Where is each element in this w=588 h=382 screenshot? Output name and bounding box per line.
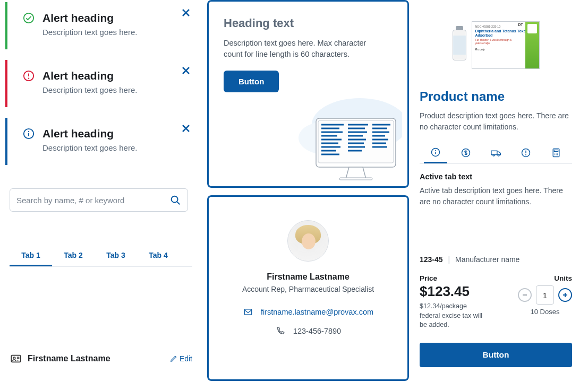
product-image: NDC 49281-225-10 Diphtheria and Tetanus … [420, 11, 572, 80]
price-value: $123.45 [420, 283, 486, 300]
close-icon[interactable] [180, 64, 192, 77]
product-icon-tabs [420, 140, 572, 164]
tab-2[interactable]: Tab 2 [52, 246, 95, 266]
tab-info-icon[interactable] [424, 142, 447, 163]
tab-3[interactable]: Tab 3 [95, 246, 137, 266]
svg-point-59 [555, 154, 556, 155]
alert-info: Alert heading Description text goes here… [5, 118, 197, 165]
tab-warning-icon[interactable] [514, 142, 538, 163]
info-circle-icon [22, 127, 35, 140]
svg-rect-17 [318, 120, 394, 163]
tab-shipping-icon[interactable] [484, 142, 508, 163]
svg-rect-55 [554, 150, 558, 152]
alert-desc: Description text goes here. [42, 85, 175, 94]
user-name: Firstname Lastname [28, 354, 165, 363]
svg-point-50 [498, 154, 499, 156]
contact-card: Firstname Lastname Account Rep, Pharmace… [207, 195, 409, 381]
search-box[interactable] [10, 188, 188, 212]
product-desc: Product description text goes here. Ther… [420, 110, 572, 133]
product-sku: 123-45 [420, 255, 443, 264]
svg-point-10 [13, 357, 15, 359]
increment-button[interactable] [558, 288, 572, 302]
contact-email-row: firstname.lastname@provax.com [243, 307, 373, 317]
product-panel: NDC 49281-225-10 Diphtheria and Tetanus … [420, 0, 583, 382]
tab-4[interactable]: Tab 4 [137, 246, 180, 266]
svg-point-49 [492, 154, 494, 156]
alert-circle-icon [22, 70, 35, 82]
add-to-cart-button[interactable]: Button [420, 343, 572, 367]
svg-rect-48 [491, 151, 497, 154]
box-side-bar [525, 22, 539, 68]
svg-point-58 [557, 153, 558, 154]
alert-success: Alert heading Description text goes here… [5, 2, 197, 49]
mail-icon [243, 307, 253, 317]
svg-point-57 [556, 153, 557, 154]
phone-icon [275, 326, 286, 336]
promo-button[interactable]: Button [224, 71, 279, 92]
box-illustration: NDC 49281-225-10 Diphtheria and Tetanus … [472, 21, 540, 69]
alert-error: Alert heading Description text goes here… [5, 60, 197, 107]
promo-card: Heading text Description text goes here.… [207, 0, 409, 188]
units-label: Units [518, 274, 572, 282]
alert-heading: Alert heading [42, 127, 175, 140]
alert-desc: Description text goes here. [42, 143, 175, 152]
product-manufacturer: Manufacturer name [455, 255, 519, 264]
promo-desc: Description text goes here. Max characte… [224, 38, 383, 60]
tab-pricing-icon[interactable] [454, 142, 478, 163]
computer-illustration [291, 93, 402, 183]
svg-point-5 [28, 131, 29, 132]
vial-illustration [453, 30, 466, 60]
contact-name: Firstname Lastname [267, 272, 350, 282]
contact-email-link[interactable]: firstname.lastname@provax.com [261, 308, 373, 316]
tab-1[interactable]: Tab 1 [10, 246, 52, 266]
box-badge: DT [518, 23, 523, 27]
check-circle-icon [22, 12, 35, 24]
contact-phone: 123-456-7890 [293, 327, 341, 335]
promo-heading: Heading text [224, 16, 393, 30]
decrement-button[interactable] [518, 288, 532, 302]
svg-point-61 [557, 154, 558, 155]
avatar [287, 220, 329, 262]
svg-point-0 [24, 13, 33, 23]
close-icon[interactable] [180, 6, 192, 19]
units-stepper [518, 285, 572, 305]
alert-desc: Description text goes here. [42, 28, 175, 37]
product-meta: 123-45 | Manufacturer name [420, 255, 572, 264]
tab-calculator-icon[interactable] [544, 142, 568, 163]
alert-heading: Alert heading [42, 70, 175, 82]
svg-rect-43 [244, 309, 252, 315]
contact-phone-row: 123-456-7890 [275, 326, 341, 336]
id-card-icon [10, 352, 22, 365]
price-note: $12.34/package federal excise tax will b… [420, 302, 486, 330]
edit-button[interactable]: Edit [170, 354, 192, 363]
box-sub: For children 6 weeks through 6 years of … [475, 39, 513, 45]
user-summary: Firstname Lastname Edit [5, 348, 197, 369]
search-icon[interactable] [169, 194, 181, 206]
search-input[interactable] [16, 196, 165, 205]
doses-label: 10 Doses [518, 308, 572, 316]
active-tab-title: Active tab text [420, 172, 572, 181]
product-name: Product name [420, 89, 572, 104]
svg-point-7 [172, 196, 178, 203]
svg-point-53 [525, 154, 526, 155]
active-tab-desc: Active tab description text goes here. T… [420, 185, 572, 207]
units-input[interactable] [536, 285, 554, 305]
alert-heading: Alert heading [42, 12, 175, 24]
price-label: Price [420, 274, 486, 282]
contact-title: Account Rep, Pharmaceutical Specialist [242, 285, 374, 293]
svg-point-3 [28, 77, 29, 79]
svg-point-45 [435, 150, 436, 151]
svg-point-60 [556, 154, 557, 155]
svg-rect-42 [339, 178, 372, 180]
svg-point-56 [555, 153, 556, 154]
svg-line-8 [177, 202, 180, 204]
edit-label: Edit [180, 354, 192, 363]
tab-bar: Tab 1 Tab 2 Tab 3 Tab 4 [10, 246, 192, 267]
close-icon[interactable] [180, 122, 192, 135]
